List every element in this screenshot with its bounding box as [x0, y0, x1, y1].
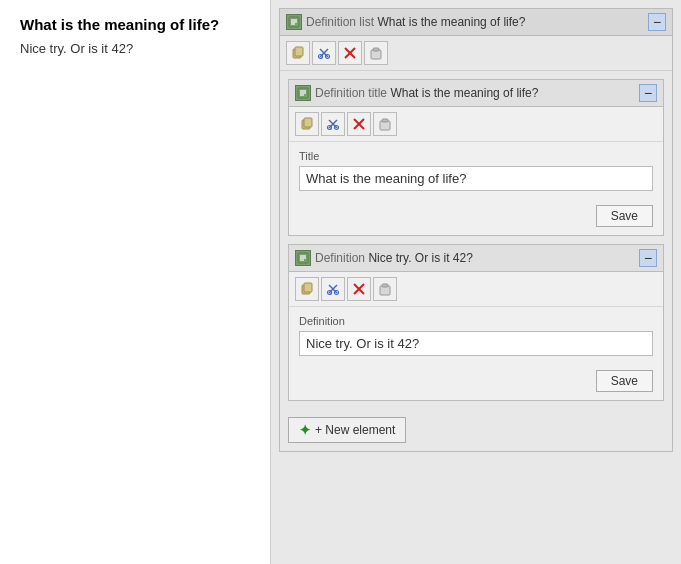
- svg-rect-19: [304, 118, 312, 127]
- svg-rect-13: [373, 48, 379, 51]
- definition-field-label: Definition: [299, 315, 653, 327]
- new-element-label: + New element: [315, 423, 395, 437]
- definition-block: Definition Nice try. Or is it 42? −: [288, 244, 664, 401]
- new-element-row: ✦ + New element: [280, 409, 672, 451]
- right-panel: Definition list What is the meaning of l…: [270, 0, 681, 564]
- outer-toolbar: [280, 36, 672, 71]
- definition-list-block: Definition list What is the meaning of l…: [279, 8, 673, 452]
- definition-list-title: Definition list What is the meaning of l…: [306, 15, 644, 29]
- inner2-copy-button[interactable]: [295, 277, 319, 301]
- definition-title-block: Definition title What is the meaning of …: [288, 79, 664, 236]
- title-field-label: Title: [299, 150, 653, 162]
- definition-input[interactable]: [299, 331, 653, 356]
- svg-rect-27: [382, 119, 388, 122]
- definition-title-label: Definition title What is the meaning of …: [315, 86, 635, 100]
- definition-save-button[interactable]: Save: [596, 370, 653, 392]
- definition-header: Definition Nice try. Or is it 42? −: [289, 245, 663, 272]
- inner-toolbar-2: [289, 272, 663, 307]
- inner-collapse-button-1[interactable]: −: [639, 84, 657, 102]
- inner2-delete-button[interactable]: [347, 277, 371, 301]
- outer-paste-button[interactable]: [364, 41, 388, 65]
- inner2-cut-button[interactable]: [321, 277, 345, 301]
- inner-collapse-button-2[interactable]: −: [639, 249, 657, 267]
- outer-copy-button[interactable]: [286, 41, 310, 65]
- svg-rect-33: [304, 283, 312, 292]
- definition-field-section: Definition: [289, 307, 663, 364]
- definition-list-header: Definition list What is the meaning of l…: [280, 9, 672, 36]
- outer-collapse-button[interactable]: −: [648, 13, 666, 31]
- definition-label: Definition Nice try. Or is it 42?: [315, 251, 635, 265]
- definition-title-header: Definition title What is the meaning of …: [289, 80, 663, 107]
- title-field-section: Title: [289, 142, 663, 199]
- inner1-copy-button[interactable]: [295, 112, 319, 136]
- page-heading: What is the meaning of life?: [20, 16, 250, 33]
- definition-save-row: Save: [289, 364, 663, 400]
- title-save-button[interactable]: Save: [596, 205, 653, 227]
- title-save-row: Save: [289, 199, 663, 235]
- inner-toolbar-1: [289, 107, 663, 142]
- definition-icon: [295, 250, 311, 266]
- definition-title-icon: [295, 85, 311, 101]
- left-panel: What is the meaning of life? Nice try. O…: [0, 0, 270, 564]
- plus-icon: ✦: [299, 422, 311, 438]
- svg-rect-41: [382, 284, 388, 287]
- inner1-paste-button[interactable]: [373, 112, 397, 136]
- definition-list-icon: [286, 14, 302, 30]
- inner1-delete-button[interactable]: [347, 112, 371, 136]
- new-element-button[interactable]: ✦ + New element: [288, 417, 406, 443]
- svg-rect-5: [295, 47, 303, 56]
- inner1-cut-button[interactable]: [321, 112, 345, 136]
- inner2-paste-button[interactable]: [373, 277, 397, 301]
- outer-cut-button[interactable]: [312, 41, 336, 65]
- page-subtext: Nice try. Or is it 42?: [20, 41, 250, 56]
- outer-delete-button[interactable]: [338, 41, 362, 65]
- title-input[interactable]: [299, 166, 653, 191]
